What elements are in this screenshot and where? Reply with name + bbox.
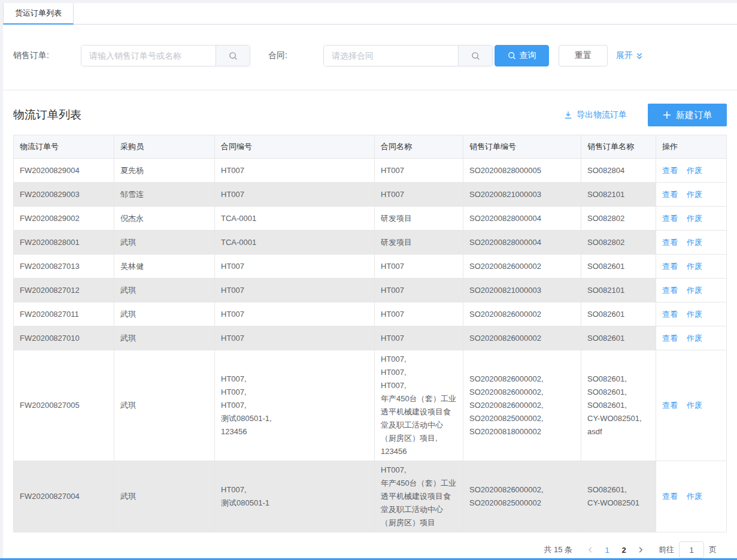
double-chevron-down-icon — [636, 52, 643, 60]
cell-purchaser: 倪杰永 — [114, 207, 215, 231]
cell-order-no: FW20200829003 — [14, 183, 114, 207]
pagination: 共 15 条 1 2 前往 页 — [13, 541, 727, 558]
cell-contract-name: HT007 — [375, 255, 463, 279]
void-link[interactable]: 作废 — [687, 262, 702, 271]
view-link[interactable]: 查看 — [662, 166, 678, 175]
total-count: 共 15 条 — [544, 544, 572, 555]
cell-sales-order-name: SO082601, CY-WO082501 — [581, 461, 656, 532]
view-link[interactable]: 查看 — [662, 238, 678, 247]
chevron-left-icon — [587, 546, 594, 553]
tab-label: 货运订单列表 — [15, 8, 62, 19]
contract-search-button[interactable] — [458, 46, 492, 66]
view-link[interactable]: 查看 — [662, 334, 678, 343]
cell-contract-no: HT007, HT007, HT007, 测试080501-1, 123456 — [215, 350, 375, 461]
cell-actions: 查看作废 — [656, 326, 727, 350]
cell-contract-no: HT007 — [215, 279, 375, 302]
cell-sales-order-name: SO082804 — [581, 159, 656, 183]
column-header-actions: 操作 — [656, 135, 727, 159]
cell-actions: 查看作废 — [656, 302, 727, 326]
cell-actions: 查看作废 — [656, 231, 727, 255]
cell-order-no: FW20200827012 — [14, 279, 114, 302]
cell-contract-name: HT007 — [375, 302, 463, 326]
tab-bar: 货运订单列表 — [3, 3, 737, 25]
tab-freight-order-list[interactable]: 货运订单列表 — [3, 3, 74, 25]
list-section: 物流订单列表 导出物流订单 新建订单 — [3, 104, 737, 558]
section-divider — [3, 90, 737, 90]
table-row: FW20200827011 武琪 HT007 HT007 SO202008260… — [14, 302, 727, 326]
table-row: FW20200829003 邹雪连 HT007 HT007 SO20200821… — [14, 183, 727, 207]
cell-contract-no: HT007 — [215, 326, 375, 350]
void-link[interactable]: 作废 — [687, 286, 702, 295]
cell-order-no: FW20200827010 — [14, 326, 114, 350]
view-link[interactable]: 查看 — [662, 492, 678, 501]
void-link[interactable]: 作废 — [687, 238, 702, 247]
next-page-button[interactable] — [632, 541, 649, 558]
table-row: FW20200827012 武琪 HT007 HT007 SO202008210… — [14, 279, 727, 302]
view-link[interactable]: 查看 — [662, 190, 678, 199]
cell-purchaser: 夏先杨 — [114, 159, 215, 183]
page-button-2[interactable]: 2 — [615, 541, 632, 558]
column-header-sales-order-no: 销售订单编号 — [463, 135, 581, 159]
cell-contract-name: 研发项目 — [375, 231, 463, 255]
cell-order-no: FW20200827005 — [14, 350, 114, 461]
cell-sales-order-no: SO20200828000004 — [463, 231, 581, 255]
goto-page-input[interactable] — [679, 541, 704, 558]
void-link[interactable]: 作废 — [687, 401, 702, 410]
table-row: FW20200827004 武琪 HT007, 测试080501-1 HT007… — [14, 461, 727, 532]
sales-order-search-button[interactable] — [216, 46, 250, 66]
download-icon — [564, 111, 572, 119]
sales-order-input[interactable] — [81, 46, 216, 66]
void-link[interactable]: 作废 — [687, 166, 702, 175]
void-link[interactable]: 作废 — [687, 190, 702, 199]
search-icon — [229, 52, 238, 60]
prev-page-button[interactable] — [582, 541, 599, 558]
cell-contract-name: HT007, HT007, HT007, 年产450台（套）工业透平机械建设项目… — [375, 350, 463, 461]
list-header: 物流订单列表 导出物流订单 新建订单 — [13, 104, 727, 126]
cell-sales-order-no: SO20200828000005 — [463, 159, 581, 183]
page-title: 物流订单列表 — [13, 107, 81, 123]
page-button-1[interactable]: 1 — [599, 541, 615, 558]
cell-order-no: FW20200828001 — [14, 231, 114, 255]
new-order-button[interactable]: 新建订单 — [648, 104, 727, 126]
void-link[interactable]: 作废 — [687, 492, 702, 501]
cell-actions: 查看作废 — [656, 279, 727, 302]
query-button-label: 查询 — [520, 50, 536, 61]
expand-link[interactable]: 展开 — [616, 50, 643, 61]
cell-sales-order-no: SO20200826000002, SO20200826000002, SO20… — [463, 350, 581, 461]
reset-button[interactable]: 重置 — [559, 45, 608, 66]
view-link[interactable]: 查看 — [662, 286, 678, 295]
table-row: FW20200829004 夏先杨 HT007 HT007 SO20200828… — [14, 159, 727, 183]
void-link[interactable]: 作废 — [687, 214, 702, 223]
void-link[interactable]: 作废 — [687, 334, 702, 343]
cell-contract-name: HT007 — [375, 279, 463, 302]
cell-contract-name: HT007, 年产450台（套）工业透平机械建设项目食堂及职工活动中心（厨房区）… — [375, 461, 463, 532]
cell-purchaser: 武琪 — [114, 279, 215, 302]
view-link[interactable]: 查看 — [662, 262, 678, 271]
expand-link-label: 展开 — [616, 50, 633, 61]
plus-icon — [663, 111, 671, 119]
query-button[interactable]: 查询 — [495, 45, 549, 66]
content-panel: 货运订单列表 销售订单: 合同: 查询 — [3, 3, 737, 558]
cell-sales-order-name: SO082101 — [581, 279, 656, 302]
table-row: FW20200828001 武琪 TCA-0001 研发项目 SO2020082… — [14, 231, 727, 255]
cell-order-no: FW20200827013 — [14, 255, 114, 279]
cell-sales-order-name: SO082601, SO082601, SO082601, CY-WO08250… — [581, 350, 656, 461]
void-link[interactable]: 作废 — [687, 310, 702, 319]
sales-order-label: 销售订单: — [13, 50, 81, 61]
cell-purchaser: 武琪 — [114, 326, 215, 350]
cell-contract-no: HT007 — [215, 183, 375, 207]
export-orders-link[interactable]: 导出物流订单 — [564, 110, 627, 120]
cell-sales-order-name: SO082101 — [581, 183, 656, 207]
cell-purchaser: 武琪 — [114, 302, 215, 326]
view-link[interactable]: 查看 — [662, 310, 678, 319]
page-unit-label: 页 — [709, 544, 717, 555]
column-header-contract-name: 合同名称 — [375, 135, 463, 159]
cell-purchaser: 邹雪连 — [114, 183, 215, 207]
view-link[interactable]: 查看 — [662, 214, 678, 223]
view-link[interactable]: 查看 — [662, 401, 678, 410]
search-icon — [471, 52, 480, 60]
contract-input[interactable] — [324, 46, 458, 66]
column-header-order-no: 物流订单号 — [14, 135, 114, 159]
cell-sales-order-name: SO082802 — [581, 207, 656, 231]
cell-order-no: FW20200829002 — [14, 207, 114, 231]
